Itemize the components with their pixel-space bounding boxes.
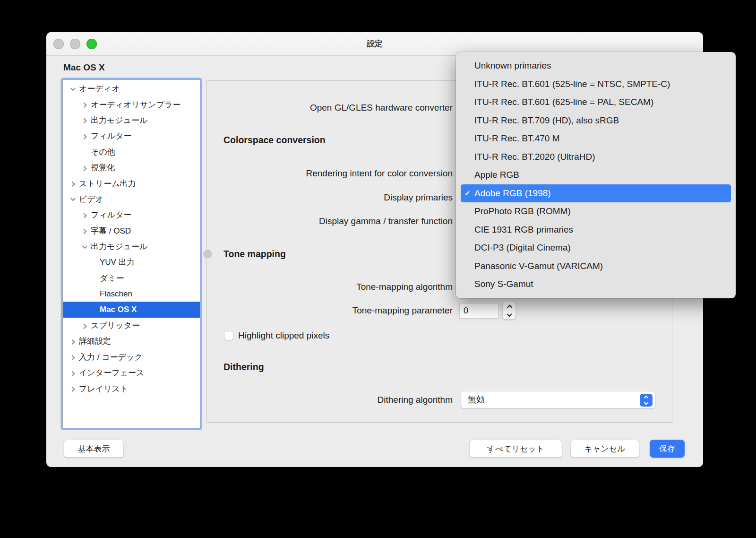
sidebar-tree-item[interactable]: ストリーム出力 bbox=[63, 175, 200, 191]
menu-item[interactable]: ITU-R Rec. BT.709 (HD), also sRGB bbox=[456, 112, 736, 130]
menu-item-label: ITU-R Rec. BT.2020 (UltraHD) bbox=[474, 152, 595, 162]
sidebar-item-label: オーディオ bbox=[79, 83, 120, 94]
tone-parameter-stepper bbox=[502, 302, 516, 320]
disclosure-chevron-icon[interactable] bbox=[69, 353, 76, 361]
sidebar-tree-item[interactable]: オーディオリサンプラー bbox=[63, 96, 200, 112]
sidebar-tree-item[interactable]: インターフェース bbox=[63, 365, 200, 381]
disclosure-chevron-icon bbox=[89, 274, 97, 282]
menu-item-label: Apple RGB bbox=[474, 170, 519, 180]
stepper-down-button[interactable] bbox=[503, 311, 515, 319]
disclosure-chevron-icon[interactable] bbox=[80, 322, 88, 330]
sidebar-tree-item[interactable]: Mac OS X bbox=[63, 302, 200, 317]
sidebar-tree-item[interactable]: フィルター bbox=[63, 128, 200, 144]
sidebar-tree-item[interactable]: 出力モジュール bbox=[63, 113, 200, 128]
disclosure-chevron-icon[interactable] bbox=[80, 227, 88, 234]
disclosure-chevron-icon[interactable] bbox=[69, 85, 76, 93]
sidebar-tree-item[interactable]: その他 bbox=[63, 144, 200, 160]
display-primaries-menu: Unknown primaries ITU-R Rec. BT.601 (525… bbox=[456, 52, 736, 298]
chevron-up-icon bbox=[507, 304, 512, 310]
menu-item-label: Adobe RGB (1998) bbox=[474, 188, 551, 199]
sidebar-tree-item[interactable]: フィルター bbox=[63, 207, 200, 223]
popup-arrows-icon bbox=[640, 394, 653, 407]
menu-item[interactable]: DCI-P3 (Digital Cinema) bbox=[456, 239, 736, 257]
menu-item[interactable]: ITU-R Rec. BT.470 M bbox=[456, 130, 736, 148]
sidebar-item-label: 入力 / コーデック bbox=[79, 352, 143, 363]
menu-item[interactable]: ITU-R Rec. BT.601 (625-line = PAL, SECAM… bbox=[456, 93, 736, 112]
sidebar-tree-item[interactable]: ビデオ bbox=[63, 191, 200, 207]
sidebar-tree-item[interactable]: Flaschen bbox=[63, 286, 200, 302]
menu-item[interactable]: Panasonic V-Gamut (VARICAM) bbox=[456, 257, 736, 276]
disclosure-chevron-icon bbox=[80, 148, 88, 156]
disclosure-chevron-icon bbox=[89, 259, 97, 266]
disclosure-chevron-icon[interactable] bbox=[80, 101, 88, 108]
sidebar-tree-item[interactable]: YUV 出力 bbox=[63, 254, 200, 270]
sidebar-item-label: Mac OS X bbox=[100, 305, 137, 314]
sidebar-item-label: YUV 出力 bbox=[100, 257, 135, 268]
sidebar-item-label: フィルター bbox=[91, 130, 132, 141]
stepper-up-button[interactable] bbox=[503, 302, 515, 311]
sidebar-item-label: ストリーム出力 bbox=[79, 178, 136, 189]
menu-item[interactable]: ProPhoto RGB (ROMM) bbox=[456, 202, 736, 221]
menu-item-label: DCI-P3 (Digital Cinema) bbox=[474, 243, 571, 253]
sidebar-tree-item[interactable]: 字幕 / OSD bbox=[63, 223, 200, 239]
cancel-button[interactable]: キャンセル bbox=[570, 440, 639, 458]
menu-item-label: CIE 1931 RGB primaries bbox=[474, 225, 573, 235]
highlight-clipped-checkbox[interactable] bbox=[224, 331, 233, 340]
disclosure-chevron-icon[interactable] bbox=[69, 195, 76, 203]
sidebar-tree-item[interactable]: オーディオ bbox=[63, 81, 200, 96]
disclosure-chevron-icon[interactable] bbox=[69, 338, 76, 345]
menu-item[interactable]: CIE 1931 RGB primaries bbox=[456, 221, 736, 239]
sidebar-tree-item[interactable]: 詳細設定 bbox=[63, 333, 200, 349]
dithering-algorithm-select[interactable]: 無効 bbox=[461, 391, 655, 408]
checkmark-icon: ✓ bbox=[464, 189, 474, 198]
sidebar-tree-item[interactable]: 入力 / コーデック bbox=[63, 349, 200, 365]
sidebar-item-label: ビデオ bbox=[79, 194, 103, 205]
sidebar-item-label: 視覚化 bbox=[91, 162, 115, 173]
menu-item-label: Sony S-Gamut bbox=[474, 279, 533, 289]
display-primaries-label: Display primaries bbox=[384, 191, 453, 204]
sidebar-tree-item[interactable]: スプリッター bbox=[63, 318, 200, 333]
disclosure-chevron-icon[interactable] bbox=[69, 369, 76, 377]
sidebar-item-label: 出力モジュール bbox=[91, 241, 148, 252]
menu-item[interactable]: Sony S-Gamut bbox=[456, 275, 736, 294]
colorspace-heading: Colorspace conversion bbox=[223, 134, 326, 146]
desktop-background: 設定 Mac OS X オーディオ オーディオリサンプラー 出力モジュール フィ… bbox=[0, 0, 756, 538]
sidebar-item-label: インターフェース bbox=[79, 367, 144, 378]
sidebar-tree-item[interactable]: プレイリスト bbox=[63, 381, 200, 396]
save-button[interactable]: 保存 bbox=[650, 440, 685, 458]
tone-parameter-input[interactable] bbox=[459, 303, 498, 319]
highlight-clipped-label: Highlight clipped pixels bbox=[238, 330, 329, 341]
menu-item[interactable]: Unknown primaries bbox=[456, 57, 736, 75]
menu-item[interactable]: ITU-R Rec. BT.2020 (UltraHD) bbox=[456, 148, 736, 166]
dithering-algorithm-label: Dithering algorithm bbox=[378, 394, 453, 406]
menu-item[interactable]: ✓ Adobe RGB (1998) bbox=[461, 184, 731, 203]
menu-item[interactable]: ITU-R Rec. BT.601 (525-line = NTSC, SMPT… bbox=[456, 75, 736, 94]
reset-all-button[interactable]: すべてリセット bbox=[469, 440, 562, 458]
disclosure-chevron-icon[interactable] bbox=[80, 132, 88, 140]
disclosure-chevron-icon[interactable] bbox=[80, 211, 88, 219]
sidebar-item-label: オーディオリサンプラー bbox=[91, 99, 181, 110]
menu-item-label: ProPhoto RGB (ROMM) bbox=[474, 206, 571, 217]
sidebar-tree-item[interactable]: ダミー bbox=[63, 270, 200, 286]
rendering-intent-label: Rendering intent for color conversion bbox=[306, 167, 453, 180]
splitter-handle[interactable] bbox=[203, 250, 212, 259]
sidebar-item-label: その他 bbox=[91, 147, 115, 157]
disclosure-chevron-icon[interactable] bbox=[69, 180, 76, 187]
menu-item[interactable]: Apple RGB bbox=[456, 166, 736, 184]
sidebar-tree-item[interactable]: 出力モジュール bbox=[63, 239, 200, 254]
sidebar-item-label: フィルター bbox=[91, 209, 132, 220]
menu-item-label: ITU-R Rec. BT.470 M bbox=[474, 133, 560, 144]
disclosure-chevron-icon[interactable] bbox=[80, 116, 88, 124]
basic-view-button[interactable]: 基本表示 bbox=[64, 440, 124, 458]
menu-item-label: ITU-R Rec. BT.709 (HD), also sRGB bbox=[474, 115, 619, 126]
disclosure-chevron-icon[interactable] bbox=[80, 164, 88, 172]
disclosure-chevron-icon[interactable] bbox=[80, 243, 88, 251]
sidebar-item-label: ダミー bbox=[100, 273, 124, 284]
dithering-selected-value: 無効 bbox=[468, 395, 485, 404]
disclosure-chevron-icon[interactable] bbox=[69, 385, 76, 392]
tone-mapping-heading: Tone mapping bbox=[223, 248, 286, 260]
disclosure-chevron-icon bbox=[89, 290, 97, 298]
tone-parameter-label: Tone-mapping parameter bbox=[352, 304, 453, 317]
sidebar-tree-item[interactable]: 視覚化 bbox=[63, 160, 200, 175]
menu-item-label: ITU-R Rec. BT.601 (525-line = NTSC, SMPT… bbox=[474, 79, 670, 89]
